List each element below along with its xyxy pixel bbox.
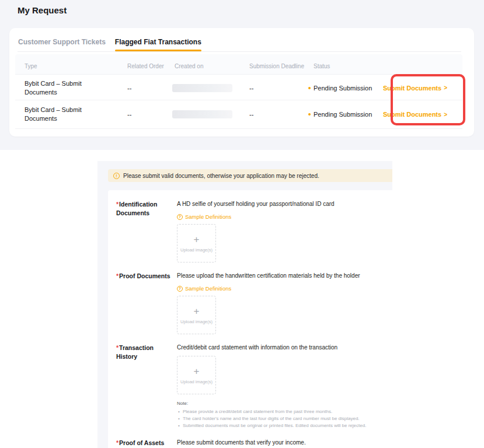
note-list: Please provide a credit/debit card state… [177,408,381,429]
question-circle-icon: ? [177,214,183,220]
cell-related-order: -- [127,111,131,118]
field-label-text: Transaction History [116,344,154,360]
redacted-created-on-value [172,84,232,92]
required-asterisk: * [116,272,119,279]
note-item: Please provide a credit/debit card state… [177,408,381,415]
required-asterisk: * [116,201,119,208]
upload-dropzone[interactable]: + Upload image(s) [177,224,216,262]
note-title: Note: [177,400,381,407]
upload-label: Upload image(s) [180,319,213,324]
plus-icon: + [194,235,200,244]
field-label-text: Proof of Assets [119,439,164,446]
column-header-submission-deadline: Submission Deadline [249,63,304,69]
field-label-text: Proof Documents [119,272,170,279]
annotation-highlight-box [391,74,465,125]
field-proof-documents: *Proof Documents Please upload the handw… [116,272,392,334]
field-description: A HD selfie of yourself holding your pas… [177,200,372,208]
sample-definitions-label: Sample Definitions [185,285,231,292]
column-header-related-order: Related Order [127,63,164,69]
column-header-status: Status [314,63,330,69]
upload-dropzone[interactable]: + Upload image(s) [177,356,216,394]
screenshot-root: My Request Customer Support Tickets Flag… [0,0,484,448]
field-proof-of-assets: *Proof of Assets Please submit documents… [116,439,392,447]
status-label: Pending Submission [314,85,372,92]
note-block: Note: Please provide a credit/debit card… [177,400,381,429]
status-dot-icon [308,87,311,89]
page-title: My Request [18,5,67,15]
status-badge: Pending Submission [308,111,372,118]
field-label: *Identification Documents [116,200,177,262]
cell-type: Bybit Card – Submit Documents [25,79,93,97]
info-circle-icon: ! [113,173,120,179]
note-item: Submitted documents must be original or … [177,422,381,429]
sample-definitions-link[interactable]: ? Sample Definitions [177,214,392,220]
tab-flagged-fiat-transactions[interactable]: Flagged Fiat Transactions [114,38,202,51]
cell-submission-deadline: -- [249,111,253,118]
documents-form-card: *Identification Documents A HD selfie of… [108,190,392,448]
column-header-created-on: Created on [175,63,203,69]
field-description: Please submit documents that verify your… [177,439,372,447]
field-label-text: Identification Documents [116,201,157,216]
upload-dropzone[interactable]: + Upload image(s) [177,296,216,334]
cell-submission-deadline: -- [249,85,253,92]
field-description: Credit/debit card statement with informa… [177,344,372,352]
plus-icon: + [194,306,200,316]
status-label: Pending Submission [314,111,372,118]
required-asterisk: * [116,439,119,446]
tab-bar: Customer Support Tickets Flagged Fiat Tr… [18,38,202,51]
column-header-type: Type [25,63,37,69]
field-label: *Proof of Assets [116,439,177,447]
status-badge: Pending Submission [308,85,372,92]
sample-definitions-label: Sample Definitions [185,214,231,220]
field-label: *Transaction History [116,344,177,429]
plus-icon: + [194,366,200,376]
tab-customer-support-tickets[interactable]: Customer Support Tickets [18,38,106,51]
field-label: *Proof Documents [116,272,177,334]
sample-definitions-link[interactable]: ? Sample Definitions [177,285,392,292]
field-description: Please upload the handwritten certificat… [177,272,372,280]
required-asterisk: * [116,344,119,351]
cell-type: Bybit Card – Submit Documents [25,106,93,123]
question-circle-icon: ? [177,286,183,292]
table-header-background [15,54,462,75]
field-identification-documents: *Identification Documents A HD selfie of… [116,200,392,262]
warning-banner: ! Please submit valid documents, otherwi… [108,169,392,182]
warning-banner-text: Please submit valid documents, otherwise… [123,173,319,179]
status-dot-icon [308,113,311,116]
note-item: The card holder's name and the last four… [177,415,381,422]
cell-related-order: -- [127,85,131,92]
tab-divider [18,51,461,52]
upload-label: Upload image(s) [180,379,213,384]
field-transaction-history: *Transaction History Credit/debit card s… [116,344,392,429]
redacted-created-on-value [172,110,232,118]
upload-label: Upload image(s) [180,247,213,253]
submit-documents-panel: ! Please submit valid documents, otherwi… [98,161,392,448]
